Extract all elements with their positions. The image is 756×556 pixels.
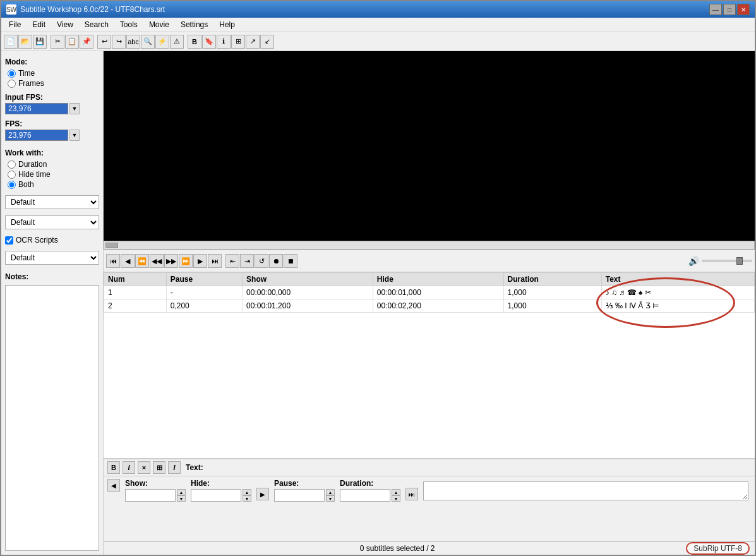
title-bar: SW Subtitle Workshop 6.0c/22 - UTF8Chars… xyxy=(1,1,755,18)
volume-slider[interactable] xyxy=(702,260,752,262)
maximize-button[interactable]: □ xyxy=(723,4,736,15)
show-input[interactable] xyxy=(125,489,176,502)
menu-item-movie[interactable]: Movie xyxy=(144,19,174,30)
opt-duration-radio[interactable] xyxy=(8,160,16,169)
fps-value[interactable]: 23,976 xyxy=(5,130,68,141)
video-area[interactable] xyxy=(104,51,755,241)
cell-pause-2: 0,200 xyxy=(166,299,242,313)
subtitle-table-container: Num Pause Show Hide Duration Text 1 xyxy=(104,272,755,459)
toolbar-paste[interactable]: 📌 xyxy=(80,35,93,49)
show-spin-down[interactable]: ▼ xyxy=(177,495,186,502)
toolbar-save[interactable]: 💾 xyxy=(33,35,47,49)
pause-spin-down[interactable]: ▼ xyxy=(326,495,335,502)
pause-input[interactable] xyxy=(274,489,325,502)
opt-hidetime-label: Hide time xyxy=(18,170,51,179)
toolbar-replace[interactable]: ⚡ xyxy=(155,35,169,49)
opt-both-radio[interactable] xyxy=(8,181,16,189)
transport-step-back[interactable]: ⏪ xyxy=(135,254,149,268)
duration-input[interactable] xyxy=(340,489,390,502)
text-edit-area[interactable] xyxy=(423,481,748,500)
hide-input[interactable] xyxy=(191,489,241,502)
transport-rec[interactable]: ⏺ xyxy=(269,254,283,268)
toolbar-copy[interactable]: 📋 xyxy=(65,35,79,49)
toolbar-redo[interactable]: ↪ xyxy=(112,35,126,49)
menu-item-search[interactable]: Search xyxy=(80,19,114,30)
col-pause: Pause xyxy=(166,273,242,286)
title-controls: — □ ✕ xyxy=(709,4,750,15)
window-title: Subtitle Workshop 6.0c/22 - UTF8Chars.sr… xyxy=(20,5,165,14)
toolbar-open[interactable]: 📂 xyxy=(18,35,32,49)
transport-sub-prev[interactable]: ⇤ xyxy=(225,254,239,268)
format-italic[interactable]: I xyxy=(123,461,135,474)
duration-spin-up[interactable]: ▲ xyxy=(392,489,400,495)
mode-time-radio[interactable] xyxy=(8,70,16,78)
end-subtitle-btn[interactable]: ⏭ xyxy=(405,488,418,500)
menu-item-tools[interactable]: Tools xyxy=(115,19,143,30)
close-button[interactable]: ✕ xyxy=(737,4,750,15)
toolbar-warn[interactable]: ⚠ xyxy=(170,35,184,49)
dropdown2-select[interactable]: Default xyxy=(5,215,99,229)
text-label: Text: xyxy=(186,463,203,472)
table-row[interactable]: 2 0,200 00:00:01,200 00:00:02,200 1,000 … xyxy=(104,299,755,313)
cell-text-2: ⅓ ‰ I Ⅳ Å Ʒ ⊨ xyxy=(601,299,754,313)
pause-spin-up[interactable]: ▲ xyxy=(326,489,335,495)
dropdown3-row: Default xyxy=(5,251,99,265)
fps-arrow[interactable]: ▼ xyxy=(69,130,80,141)
transport-sub-fwd[interactable]: ⇥ xyxy=(240,254,254,268)
input-fps-value[interactable]: 23,976 xyxy=(5,103,68,114)
menu-item-help[interactable]: Help xyxy=(214,19,240,30)
format-strikeout[interactable]: × xyxy=(138,461,150,474)
duration-spin-down[interactable]: ▼ xyxy=(392,495,400,502)
transport-forward[interactable]: ▶▶ xyxy=(164,254,178,268)
toolbar-new[interactable]: 📄 xyxy=(4,35,18,49)
cell-hide-2: 00:00:02,200 xyxy=(373,299,503,313)
toolbar-undo[interactable]: ↩ xyxy=(97,35,111,49)
toolbar-info[interactable]: ℹ xyxy=(217,35,231,49)
input-fps-arrow[interactable]: ▼ xyxy=(69,103,80,114)
transport-loop[interactable]: ↺ xyxy=(255,254,268,268)
sidebar: Mode: Time Frames Input FPS: 23,976 ▼ xyxy=(1,51,104,555)
menu-item-settings[interactable]: Settings xyxy=(176,19,213,30)
duration-field-group: Duration: ▲ ▼ xyxy=(340,479,400,502)
dropdown1-select[interactable]: Default xyxy=(5,195,99,209)
table-row[interactable]: 1 - 00:00:00,000 00:00:01,000 1,000 ♪ ♫ … xyxy=(104,286,755,299)
bottom-toolbar: B I × ⊞ I Text: xyxy=(104,459,755,476)
transport-play-begin[interactable]: ⏮ xyxy=(106,254,120,268)
format-italic2[interactable]: I xyxy=(168,461,181,474)
fps-dropdown: 23,976 ▼ xyxy=(5,130,99,141)
hide-spin-up[interactable]: ▲ xyxy=(243,489,251,495)
dropdown2-row: Default xyxy=(5,215,99,229)
format-box[interactable]: ⊞ xyxy=(153,461,165,474)
toolbar-export[interactable]: ↗ xyxy=(246,35,260,49)
ocr-scripts-checkbox[interactable] xyxy=(5,236,13,245)
toolbar-cut[interactable]: ✂ xyxy=(51,35,64,49)
show-spin-up[interactable]: ▲ xyxy=(177,489,186,495)
video-scrollbar[interactable] xyxy=(104,241,755,250)
transport-bar: ⏮ ◀ ⏪ ◀◀ ▶▶ ⏩ ▶ ⏭ ⇤ ⇥ ↺ ⏺ ⏹ 🔊 xyxy=(104,250,755,272)
toolbar-spell[interactable]: abc xyxy=(126,35,140,49)
toolbar-import[interactable]: ↙ xyxy=(260,35,274,49)
opt-hidetime-radio[interactable] xyxy=(8,171,16,179)
menu-item-view[interactable]: View xyxy=(52,19,78,30)
next-subtitle-btn[interactable]: ▶ xyxy=(256,488,269,500)
toolbar-bookmark[interactable]: 🔖 xyxy=(202,35,216,49)
toolbar-grid[interactable]: ⊞ xyxy=(231,35,245,49)
toolbar-find[interactable]: 🔍 xyxy=(141,35,155,49)
hide-spin-down[interactable]: ▼ xyxy=(243,495,251,502)
prev-subtitle-btn[interactable]: ◀ xyxy=(107,479,120,492)
dropdown3-select[interactable]: Default xyxy=(5,251,99,265)
work-with-label: Work with: xyxy=(5,148,99,157)
transport-next[interactable]: ▶ xyxy=(193,254,207,268)
transport-play-end[interactable]: ⏭ xyxy=(208,254,222,268)
menu-item-file[interactable]: File xyxy=(4,19,26,30)
toolbar-b[interactable]: B xyxy=(188,35,201,49)
fps-row: FPS: 23,976 ▼ xyxy=(5,119,99,141)
mode-frames-radio[interactable] xyxy=(8,80,16,88)
transport-step-fwd[interactable]: ⏩ xyxy=(179,254,193,268)
transport-stop[interactable]: ⏹ xyxy=(284,254,297,268)
minimize-button[interactable]: — xyxy=(709,4,722,15)
menu-item-edit[interactable]: Edit xyxy=(27,19,51,30)
format-bold[interactable]: B xyxy=(107,461,120,474)
transport-prev[interactable]: ◀ xyxy=(121,254,135,268)
transport-back[interactable]: ◀◀ xyxy=(150,254,164,268)
